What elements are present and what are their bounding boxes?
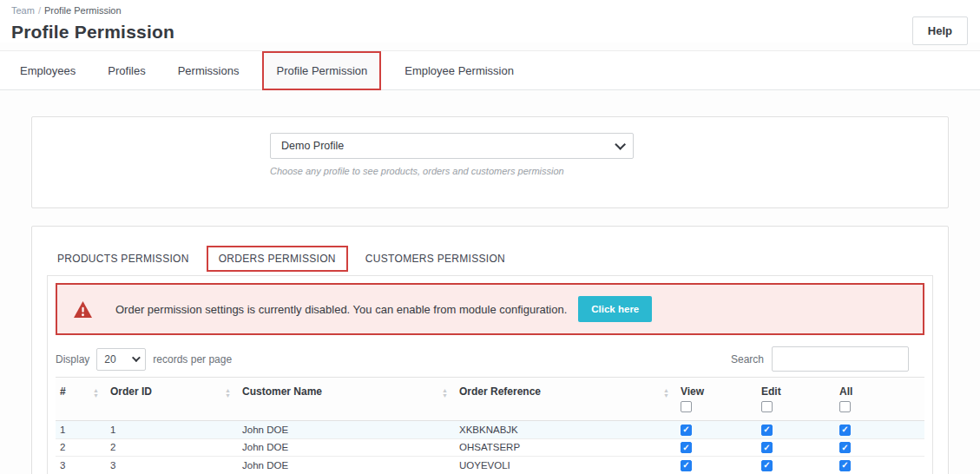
profile-select-helper-text: Choose any profile to see products, orde… [270, 166, 948, 176]
tab-products-permission[interactable]: PRODUCTS PERMISSION [47, 247, 200, 270]
tab-permissions[interactable]: Permissions [169, 51, 248, 89]
sort-icon: ▲▼ [442, 388, 448, 398]
view-checkbox[interactable] [681, 460, 692, 471]
select-all-view-checkbox[interactable] [681, 401, 692, 412]
table-row: 3 3 John DOE UOYEVOLI [56, 457, 924, 474]
main-tab-bar: Employees Profiles Permissions Profile P… [0, 50, 980, 90]
page-size-select[interactable]: 20 [96, 348, 146, 371]
column-header-view: View [676, 378, 757, 421]
permission-tab-bar: PRODUCTS PERMISSION ORDERS PERMISSION CU… [47, 246, 933, 272]
tab-employee-permission[interactable]: Employee Permission [396, 51, 523, 89]
edit-checkbox[interactable] [761, 442, 773, 453]
page-header: Team/Profile Permission Profile Permissi… [0, 0, 980, 43]
cell-order-reference: UOYEVOLI [455, 457, 676, 474]
cell-num: 1 [56, 421, 106, 439]
edit-checkbox[interactable] [761, 460, 773, 471]
sort-icon: ▲▼ [93, 388, 99, 398]
table-header-row: # ▲▼ Order ID ▲▼ Customer Name ▲▼ Orde [56, 378, 924, 421]
breadcrumb-team-link[interactable]: Team [11, 5, 35, 16]
chevron-down-icon [615, 139, 626, 150]
records-per-page-label: records per page [153, 353, 232, 365]
breadcrumb-current: Profile Permission [44, 5, 122, 16]
cell-order-id: 3 [106, 457, 238, 474]
table-row: 1 1 John DOE XKBKNABJK [56, 421, 924, 439]
column-header-all: All [835, 378, 924, 421]
profile-selector-panel: Demo Profile Choose any profile to see p… [31, 116, 949, 208]
all-checkbox[interactable] [839, 460, 851, 471]
view-checkbox[interactable] [681, 425, 692, 436]
breadcrumb-separator: / [38, 5, 41, 16]
display-label: Display [56, 353, 89, 365]
tab-customers-permission[interactable]: CUSTOMERS PERMISSION [355, 247, 516, 270]
cell-order-id: 2 [106, 438, 238, 457]
cell-num: 3 [56, 457, 106, 474]
chevron-down-icon [132, 353, 141, 362]
tab-profiles[interactable]: Profiles [99, 51, 154, 89]
column-header-customer-name[interactable]: Customer Name ▲▼ [238, 378, 455, 421]
table-row: 2 2 John DOE OHSATSERP [56, 438, 924, 457]
orders-table: # ▲▼ Order ID ▲▼ Customer Name ▲▼ Orde [56, 377, 924, 474]
tab-orders-permission[interactable]: ORDERS PERMISSION [207, 246, 348, 272]
sort-icon: ▲▼ [663, 388, 669, 398]
search-input[interactable] [772, 346, 909, 372]
page-content: Demo Profile Choose any profile to see p… [0, 90, 980, 474]
view-checkbox[interactable] [681, 442, 692, 453]
column-header-edit: Edit [757, 378, 835, 421]
column-header-order-id[interactable]: Order ID ▲▼ [106, 378, 238, 421]
tab-profile-permission[interactable]: Profile Permission [262, 51, 381, 90]
table-controls: Display 20 records per page Search [56, 346, 924, 372]
orders-permission-pane: Order permission settings is currently d… [47, 275, 933, 474]
profile-select[interactable]: Demo Profile [270, 133, 634, 159]
tab-employees[interactable]: Employees [11, 51, 84, 89]
search-label: Search [731, 353, 764, 365]
disabled-permission-alert: Order permission settings is currently d… [56, 283, 924, 335]
warning-icon [73, 300, 93, 319]
edit-checkbox[interactable] [761, 425, 773, 436]
column-header-order-reference[interactable]: Order Reference ▲▼ [455, 378, 676, 421]
cell-customer-name: John DOE [238, 421, 455, 439]
cell-order-reference: OHSATSERP [455, 438, 676, 457]
cell-num: 2 [56, 438, 106, 457]
breadcrumb: Team/Profile Permission [11, 5, 968, 16]
profile-select-value: Demo Profile [281, 140, 344, 152]
help-button[interactable]: Help [912, 16, 968, 45]
all-checkbox[interactable] [839, 425, 851, 436]
select-all-all-checkbox[interactable] [839, 401, 851, 412]
permissions-panel: PRODUCTS PERMISSION ORDERS PERMISSION CU… [31, 226, 949, 474]
column-header-num[interactable]: # ▲▼ [56, 378, 106, 421]
page-size-value: 20 [104, 353, 115, 365]
sort-icon: ▲▼ [225, 388, 231, 398]
search-control: Search [731, 346, 909, 372]
cell-customer-name: John DOE [238, 457, 455, 474]
cell-customer-name: John DOE [238, 438, 455, 457]
cell-order-reference: XKBKNABJK [455, 421, 676, 439]
alert-message: Order permission settings is currently d… [115, 303, 567, 316]
cell-order-id: 1 [106, 421, 238, 439]
select-all-edit-checkbox[interactable] [761, 401, 773, 412]
all-checkbox[interactable] [839, 442, 851, 453]
click-here-button[interactable]: Click here [578, 296, 652, 322]
page-title: Profile Permission [11, 22, 968, 43]
